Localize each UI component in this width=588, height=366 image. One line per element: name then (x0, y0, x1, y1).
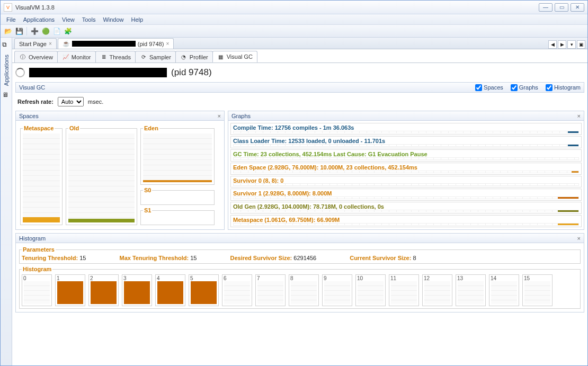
menu-tools[interactable]: Tools (79, 15, 99, 24)
tab-maximize-button[interactable]: ▣ (577, 40, 585, 49)
app-title-row: (pid 9748) (15, 65, 584, 82)
spaces-panel: Spaces× Metaspace Old Eden S0 S1 (15, 111, 225, 230)
graph-eden: Eden Space (2.928G, 76.000M): 10.000M, 2… (230, 163, 582, 175)
sidebar-apps-icon[interactable]: ⧉ (2, 41, 11, 49)
tool-add-icon[interactable]: ➕ (29, 26, 40, 37)
visualgc-icon: ▦ (217, 53, 225, 60)
menu-applications[interactable]: Applications (21, 15, 57, 24)
histogram-fieldset: Histogram 0123456789101112131415 (19, 266, 581, 309)
subtab-sampler[interactable]: ⟳Sampler (135, 51, 176, 63)
minimize-button[interactable]: — (539, 3, 553, 12)
histogram-bucket-1: 1 (55, 274, 85, 306)
graph-gc: GC Time: 23 collections, 452.154ms Last … (230, 149, 582, 162)
info-icon: ⓘ (19, 53, 26, 61)
check-graphs[interactable]: Graphs (511, 84, 538, 91)
subtab-threads[interactable]: ≣Threads (95, 51, 136, 63)
histogram-bucket-3: 3 (122, 274, 152, 306)
histogram-bucket-0: 0 (22, 274, 52, 306)
graph-oldgen: Old Gen (2.928G, 104.000M): 78.718M, 0 c… (230, 202, 582, 214)
close-icon[interactable]: × (577, 235, 581, 242)
tool-open-icon[interactable]: 📂 (3, 26, 13, 37)
tool-plugin-icon[interactable]: 🧩 (63, 26, 73, 37)
close-button[interactable]: ✕ (571, 3, 584, 12)
tab-prev-button[interactable]: ◀ (548, 40, 557, 49)
histogram-bucket-8: 8 (289, 274, 319, 306)
menu-help[interactable]: Help (129, 15, 146, 24)
sub-tabs: ⓘOverview 📈Monitor ≣Threads ⟳Sampler ◔Pr… (12, 49, 587, 63)
histogram-bucket-6: 6 (222, 274, 252, 306)
histogram-bucket-9: 9 (322, 274, 352, 306)
graph-s0: Survivor 0 (8, 8): 0 (230, 176, 582, 188)
histogram-bucket-15: 15 (522, 274, 553, 306)
maximize-button[interactable]: ▭ (555, 3, 568, 12)
refresh-select[interactable]: Auto (58, 97, 84, 106)
histogram-panel: Histogram× Parameters Tenuring Threshold… (15, 233, 584, 313)
histogram-bucket-5: 5 (189, 274, 219, 306)
histogram-bucket-12: 12 (422, 274, 452, 306)
histogram-bucket-10: 10 (355, 274, 386, 306)
redacted-app-name-large (29, 68, 167, 77)
content-area: (pid 9748) Visual GC Spaces Graphs Histo… (12, 63, 587, 365)
close-icon[interactable]: × (166, 41, 169, 47)
sampler-icon: ⟳ (140, 53, 147, 61)
space-old: Old (66, 125, 137, 225)
menu-view[interactable]: View (59, 15, 77, 24)
toolbar: 📂 💾 ➕ 🟢 📄 🧩 (1, 25, 587, 38)
close-icon[interactable]: × (49, 41, 52, 47)
subtab-visualgc[interactable]: ▦Visual GC (212, 51, 257, 63)
check-spaces[interactable]: Spaces (475, 84, 503, 91)
space-eden: Eden (140, 125, 215, 185)
space-metaspace: Metaspace (20, 125, 63, 225)
parameters-fieldset: Parameters Tenuring Threshold: 15 Max Te… (19, 246, 581, 264)
tab-start-page[interactable]: Start Page × (14, 38, 57, 49)
menu-window[interactable]: Window (100, 15, 126, 24)
sidebar: ⧉ Applications 🖥 (1, 38, 12, 365)
menubar: File Applications View Tools Window Help (1, 14, 587, 25)
java-icon: ☕ (63, 40, 70, 47)
menu-file[interactable]: File (4, 15, 19, 24)
check-histogram[interactable]: Histogram (546, 84, 581, 91)
tool-save-icon[interactable]: 💾 (14, 26, 24, 37)
subtab-profiler[interactable]: ◔Profiler (175, 51, 213, 63)
titlebar: V VisualVM 1.3.8 — ▭ ✕ (1, 1, 587, 14)
graph-metaspace: Metaspace (1.061G, 69.750M): 66.909M (230, 215, 582, 227)
tab-list-button[interactable]: ▾ (567, 40, 576, 49)
app-window: V VisualVM 1.3.8 — ▭ ✕ File Applications… (0, 0, 588, 366)
sidebar-label[interactable]: Applications (3, 52, 10, 88)
tool-dump-icon[interactable]: 📄 (51, 26, 62, 37)
redacted-app-name (72, 41, 136, 47)
subtab-monitor[interactable]: 📈Monitor (57, 51, 96, 63)
graph-s1: Survivor 1 (2.928G, 8.000M): 8.000M (230, 189, 582, 201)
window-title: VisualVM 1.3.8 (15, 4, 539, 11)
histogram-bucket-14: 14 (489, 274, 519, 306)
close-icon[interactable]: × (577, 113, 581, 119)
histogram-bucket-11: 11 (389, 274, 419, 306)
document-tabs: Start Page × ☕ (pid 9748) × ◀ ▶ ▾ ▣ (12, 38, 587, 49)
spinner-icon (15, 68, 25, 77)
histogram-bucket-2: 2 (88, 274, 119, 306)
app-icon: V (4, 3, 12, 12)
chart-icon: 📈 (62, 53, 69, 61)
graph-compile: Compile Time: 12756 compiles - 1m 36.063… (230, 123, 582, 135)
histogram-bucket-7: 7 (255, 274, 286, 306)
refresh-row: Refresh rate: Auto msec. (15, 93, 584, 111)
profiler-icon: ◔ (180, 53, 188, 61)
histogram-bucket-13: 13 (456, 274, 486, 306)
histogram-bucket-4: 4 (155, 274, 185, 306)
tab-app[interactable]: ☕ (pid 9748) × (58, 38, 174, 49)
sidebar-host-icon[interactable]: 🖥 (2, 91, 11, 100)
close-icon[interactable]: × (218, 113, 221, 119)
graph-classloader: Class Loader Time: 12533 loaded, 0 unloa… (230, 136, 582, 148)
panel-header: Visual GC Spaces Graphs Histogram (15, 82, 584, 93)
space-s0: S0 (140, 187, 215, 205)
space-s1: S1 (140, 207, 215, 225)
tab-next-button[interactable]: ▶ (558, 40, 566, 49)
subtab-overview[interactable]: ⓘOverview (14, 51, 58, 63)
graphs-panel: Graphs× Compile Time: 12756 compiles - 1… (228, 111, 584, 230)
threads-icon: ≣ (100, 53, 108, 61)
tool-jmx-icon[interactable]: 🟢 (40, 26, 51, 37)
